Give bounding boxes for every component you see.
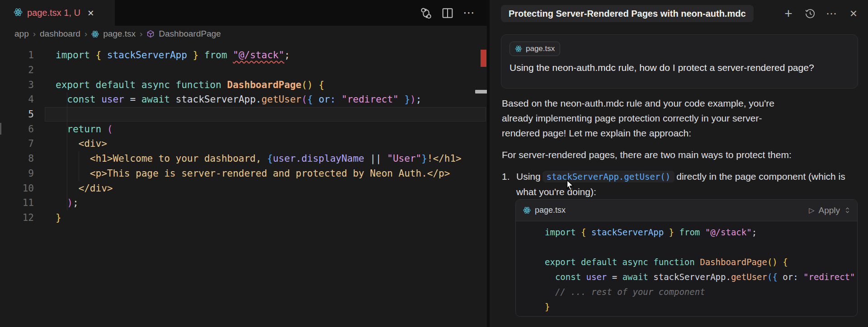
breadcrumb-file[interactable]: page.tsx bbox=[103, 29, 136, 39]
code-token: const bbox=[67, 94, 95, 105]
code-token: export default async function bbox=[56, 79, 222, 90]
code-token: ) bbox=[410, 94, 416, 105]
code-token: stackServerApp. bbox=[176, 94, 262, 105]
code-line-content: export default async function DashboardP… bbox=[56, 79, 324, 90]
code-token: () bbox=[767, 257, 778, 267]
code-line[interactable]: 8 <h1>Welcome to your dashboard, {user.d… bbox=[0, 151, 487, 166]
code-line-content: } bbox=[545, 302, 550, 312]
code-line[interactable]: import { stackServerApp } from "@/stack"… bbox=[523, 224, 857, 239]
code-token: getUser bbox=[731, 272, 767, 282]
code-line[interactable]: export default async function DashboardP… bbox=[523, 254, 857, 269]
breadcrumb-symbol[interactable]: DashboardPage bbox=[159, 29, 221, 39]
line-number: 6 bbox=[0, 124, 34, 135]
code-line[interactable]: 4 const user = await stackServerApp.getU… bbox=[0, 92, 487, 107]
code-line[interactable]: 11 ); bbox=[0, 196, 487, 210]
chat-more-icon[interactable]: ⋯ bbox=[824, 5, 840, 22]
line-number: 3 bbox=[0, 79, 34, 90]
code-line[interactable]: 1import { stackServerApp } from "@/stack… bbox=[0, 48, 487, 63]
code-line[interactable]: } bbox=[523, 299, 857, 314]
code-token bbox=[198, 50, 204, 61]
code-token: stackServerApp. bbox=[653, 272, 731, 282]
code-token: DashboardPage bbox=[700, 257, 767, 267]
activity-bar-notch bbox=[0, 123, 1, 135]
code-token: or: bbox=[319, 94, 336, 105]
code-line[interactable]: // ... rest of your component bbox=[523, 284, 857, 299]
code-token bbox=[695, 257, 700, 267]
code-block-header: page.tsx ▷ Apply bbox=[516, 200, 857, 221]
tab-page-tsx[interactable]: page.tsx 1, U × bbox=[0, 0, 115, 26]
code-line[interactable]: 5 bbox=[0, 107, 487, 122]
code-line[interactable]: const user = await stackServerApp.getUse… bbox=[523, 269, 857, 284]
play-icon: ▷ bbox=[809, 206, 814, 215]
code-token: import bbox=[56, 50, 90, 61]
apply-button[interactable]: ▷ Apply bbox=[809, 206, 851, 215]
code-line-content: import { stackServerApp } from "@/stack"… bbox=[56, 50, 290, 61]
split-editor-icon[interactable] bbox=[440, 5, 455, 21]
code-line[interactable]: 7 <div> bbox=[0, 136, 487, 151]
line-number: 2 bbox=[0, 65, 34, 75]
history-icon[interactable] bbox=[802, 5, 818, 22]
editor-code[interactable]: 1import { stackServerApp } from "@/stack… bbox=[0, 48, 487, 225]
code-token bbox=[545, 272, 555, 282]
line-number: 4 bbox=[0, 94, 34, 105]
code-line[interactable] bbox=[523, 239, 857, 254]
code-line-content: import { stackServerApp } from "@/stack"… bbox=[545, 227, 757, 237]
code-line[interactable]: 3export default async function Dashboard… bbox=[0, 77, 487, 92]
code-line[interactable]: 6 return ( bbox=[0, 121, 487, 136]
line-number: 11 bbox=[0, 197, 34, 208]
code-token: } bbox=[404, 94, 410, 105]
code-token: } bbox=[545, 302, 550, 312]
code-line-content: const user = await stackServerApp.getUse… bbox=[545, 272, 857, 282]
answer-paragraph-2: For server-rendered pages, there are two… bbox=[502, 147, 850, 162]
code-token: ; bbox=[752, 227, 757, 237]
code-line[interactable]: 10 </div> bbox=[0, 181, 487, 196]
code-token: "redirect" bbox=[803, 272, 855, 282]
chevron-right-icon: › bbox=[85, 29, 87, 39]
answer-paragraph-1: Based on the neon-auth.mdc rule and your… bbox=[502, 96, 850, 140]
code-token: user.displayName bbox=[273, 153, 364, 164]
namespace-icon bbox=[146, 30, 155, 38]
code-token bbox=[56, 94, 67, 105]
tab-close-icon[interactable]: × bbox=[88, 8, 94, 19]
new-chat-icon[interactable]: + bbox=[780, 5, 797, 22]
code-token: { bbox=[307, 94, 313, 105]
breadcrumb-dashboard[interactable]: dashboard bbox=[40, 29, 80, 39]
code-token bbox=[664, 227, 669, 237]
open-changes-icon[interactable] bbox=[418, 5, 434, 21]
list-marker: 1. bbox=[502, 169, 516, 199]
code-token bbox=[56, 124, 67, 135]
code-token bbox=[674, 227, 679, 237]
code-token: <div> bbox=[56, 138, 107, 149]
code-token: { bbox=[267, 153, 273, 164]
code-token bbox=[101, 124, 107, 135]
code-line-content: <p>This page is server-rendered and prot… bbox=[56, 168, 450, 179]
breadcrumb-app[interactable]: app bbox=[14, 29, 29, 39]
chat-close-icon[interactable]: × bbox=[845, 5, 862, 22]
code-token: from bbox=[679, 227, 700, 237]
react-icon bbox=[515, 45, 522, 52]
code-token: ( bbox=[107, 124, 113, 135]
code-block-content[interactable]: import { stackServerApp } from "@/stack"… bbox=[516, 221, 857, 317]
code-line[interactable]: 2 bbox=[0, 63, 487, 78]
code-token: </div> bbox=[56, 183, 113, 194]
editor-tab-bar: page.tsx 1, U × bbox=[0, 0, 487, 26]
overview-ruler-cursor-marker[interactable] bbox=[475, 90, 488, 93]
attached-file-chip[interactable]: page.tsx bbox=[509, 42, 560, 56]
app-window: page.tsx 1, U × bbox=[0, 0, 868, 327]
code-line[interactable]: 9 <p>This page is server-rendered and pr… bbox=[0, 166, 487, 181]
inline-code[interactable]: stackServerApp.getUser() bbox=[542, 171, 675, 182]
code-line-content: </div> bbox=[56, 183, 113, 194]
tab-label: page.tsx 1, U bbox=[27, 8, 80, 18]
code-token: ; bbox=[416, 94, 422, 105]
code-line[interactable]: 12} bbox=[0, 210, 487, 225]
code-token: !</h1> bbox=[427, 153, 462, 164]
code-token: { bbox=[96, 50, 102, 61]
code-token: = bbox=[607, 272, 622, 282]
code-block-card: page.tsx ▷ Apply import { stackServerApp… bbox=[515, 199, 858, 317]
chat-title[interactable]: Protecting Server-Rendered Pages with ne… bbox=[501, 5, 754, 22]
code-token bbox=[101, 50, 107, 61]
code-token: } bbox=[421, 153, 427, 164]
code-token: export default async function bbox=[545, 257, 695, 267]
editor-more-actions-icon[interactable]: ⋯ bbox=[462, 5, 477, 21]
chevron-up-down-icon[interactable] bbox=[844, 206, 851, 214]
